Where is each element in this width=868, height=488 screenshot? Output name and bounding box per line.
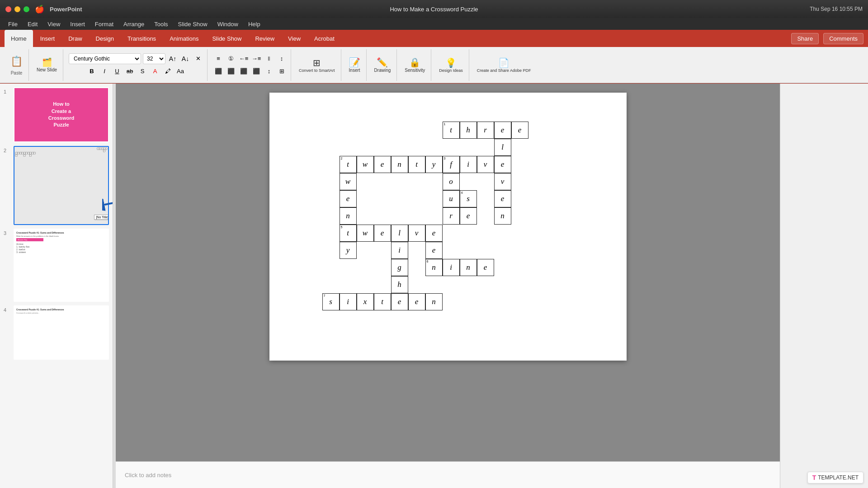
share-button[interactable]: Share: [791, 33, 819, 44]
indent-dec-btn[interactable]: ←≡: [238, 53, 249, 64]
paste-group: 📋 Paste: [5, 49, 29, 81]
font-row-1: Century Gothic 32 A↑ A↓ ✕: [69, 53, 203, 64]
tab-home[interactable]: Home: [5, 30, 33, 47]
menu-edit[interactable]: Edit: [23, 20, 42, 28]
slide-num-3: 3: [4, 229, 11, 236]
slide-3-thumbnail[interactable]: Crossword Puzzle #1: Sums and Difference…: [14, 229, 109, 302]
menu-bar: File Edit View Insert Format Arrange Too…: [0, 18, 868, 30]
align-left-btn[interactable]: ⬛: [213, 66, 224, 77]
shadow-btn[interactable]: S: [137, 66, 148, 77]
tab-view[interactable]: View: [282, 30, 307, 47]
align-right-btn[interactable]: ⬛: [238, 66, 249, 77]
justify-btn[interactable]: ⬛: [251, 66, 262, 77]
toolbar: 📋 Paste 🗂️ New Slide Century Gothic 32: [0, 47, 868, 83]
template-badge: T TEMPLATE.NET: [807, 472, 863, 483]
slide-num-2: 2: [4, 146, 11, 153]
bullets-btn[interactable]: ≡: [213, 53, 224, 64]
italic-btn[interactable]: I: [99, 66, 110, 77]
slide-num-1: 1: [4, 87, 11, 94]
ribbon: Home Insert Draw Design Transitions Anim…: [0, 30, 868, 84]
title-bar-left: 🍎 PowerPoint: [5, 5, 82, 14]
slide-num-4: 4: [4, 305, 11, 313]
tab-acrobat[interactable]: Acrobat: [308, 30, 341, 47]
tab-design[interactable]: Design: [90, 30, 120, 47]
tab-draw[interactable]: Draw: [62, 30, 88, 47]
sensitivity-btn[interactable]: 🔒 Sensitivity: [402, 56, 427, 74]
minimize-button[interactable]: [14, 6, 20, 12]
slide-3-preview: Crossword Puzzle #1: Sums and Difference…: [14, 230, 108, 301]
menu-arrange[interactable]: Arrange: [119, 20, 149, 28]
slide-thumb-2[interactable]: 2 t h r e e: [4, 146, 109, 225]
comments-button[interactable]: Comments: [823, 33, 863, 44]
font-group: Century Gothic 32 A↑ A↓ ✕ B I U ab S A 🖍…: [65, 49, 208, 81]
insert-group: 📝 Insert: [343, 49, 367, 81]
menu-view[interactable]: View: [43, 20, 65, 28]
tab-review[interactable]: Review: [249, 30, 281, 47]
drawing-btn[interactable]: ✏️ Drawing: [372, 56, 393, 74]
slide-1-preview: How toCreate aCrosswordPuzzle: [14, 88, 108, 141]
main-area: 1 How toCreate aCrosswordPuzzle 2: [0, 84, 868, 488]
slide-panel: 1 How toCreate aCrosswordPuzzle 2: [0, 84, 113, 488]
slide-1-thumbnail[interactable]: How toCreate aCrosswordPuzzle: [14, 87, 109, 142]
align-center-btn[interactable]: ⬛: [226, 66, 236, 77]
notes-area[interactable]: Click to add notes: [116, 461, 780, 488]
paste-label: Paste: [11, 70, 23, 75]
crossword-grid: 1 t h r e e l: [340, 122, 557, 334]
highlight-btn[interactable]: 🖍: [162, 66, 173, 77]
tab-animations[interactable]: Animations: [163, 30, 205, 47]
clear-format-btn[interactable]: ✕: [193, 53, 203, 64]
font-color-btn[interactable]: A: [150, 66, 160, 77]
decrease-font-btn[interactable]: A↓: [180, 53, 191, 64]
time-display: Thu Sep 16 10:55 PM: [810, 6, 863, 12]
traffic-lights[interactable]: [5, 6, 29, 12]
underline-btn[interactable]: U: [112, 66, 123, 77]
slide-canvas[interactable]: 1 t h r e e l: [269, 93, 627, 361]
maximize-button[interactable]: [24, 6, 29, 12]
text-dir-btn[interactable]: ↕: [264, 66, 274, 77]
increase-font-btn[interactable]: A↑: [167, 53, 178, 64]
menu-tools[interactable]: Tools: [150, 20, 172, 28]
font-selector[interactable]: Century Gothic: [69, 53, 141, 64]
menu-window[interactable]: Window: [213, 20, 243, 28]
convert-smartart-btn[interactable]: ⊞ Convert to SmartArt: [297, 56, 337, 74]
close-button[interactable]: [5, 6, 11, 12]
tab-transitions[interactable]: Transitions: [121, 30, 162, 47]
tab-insert[interactable]: Insert: [34, 30, 61, 47]
slide-thumb-3[interactable]: 3 Crossword Puzzle #1: Sums and Differen…: [4, 229, 109, 302]
paste-button[interactable]: 📋: [8, 54, 25, 69]
title-bar: 🍎 PowerPoint How to Make a Crossword Puz…: [0, 0, 868, 18]
paragraph-group: ≡ ① ←≡ →≡ ⫴ ↕ ⬛ ⬛ ⬛ ⬛ ↕ ⊞: [209, 49, 291, 81]
slide-content-area: 1 t h r e e l: [116, 84, 780, 461]
numbering-btn[interactable]: ①: [226, 53, 236, 64]
menu-insert[interactable]: Insert: [66, 20, 90, 28]
columns-btn[interactable]: ⫴: [264, 53, 274, 64]
insert-btn[interactable]: 📝 Insert: [347, 56, 363, 74]
menu-format[interactable]: Format: [90, 20, 118, 28]
slide-thumb-4[interactable]: 4 Crossword Puzzle #1: Sums and Differen…: [4, 305, 109, 360]
menu-help[interactable]: Help: [244, 20, 265, 28]
menu-file[interactable]: File: [4, 20, 22, 28]
indent-inc-btn[interactable]: →≡: [251, 53, 262, 64]
strikethrough-btn[interactable]: ab: [124, 66, 135, 77]
title-bar-right: Thu Sep 16 10:55 PM: [810, 6, 863, 12]
adobe-pdf-btn[interactable]: 📄 Create and Share Adobe PDF: [475, 56, 533, 74]
text-align-btn[interactable]: ⊞: [276, 66, 287, 77]
slide-2-thumbnail[interactable]: t h r e e l t: [14, 146, 109, 225]
line-spacing-btn[interactable]: ↕: [276, 53, 287, 64]
menu-slideshow[interactable]: Slide Show: [174, 20, 212, 28]
slide-thumb-1[interactable]: 1 How toCreate aCrosswordPuzzle: [4, 87, 109, 142]
font-size-2-btn[interactable]: Aa: [175, 66, 186, 77]
clipboard-group: 🗂️ New Slide: [31, 49, 63, 81]
apple-icon: 🍎: [35, 5, 44, 14]
font-row-2: B I U ab S A 🖍 Aa: [86, 66, 186, 77]
slide-3-title: Crossword Puzzle #1: Sums and Difference…: [16, 231, 106, 234]
tab-slideshow[interactable]: Slide Show: [206, 30, 248, 47]
adobe-group: 📄 Create and Share Adobe PDF: [471, 49, 537, 81]
design-ideas-group: 💡 Design Ideas: [433, 49, 469, 81]
font-size-selector[interactable]: 32: [143, 53, 165, 64]
design-ideas-btn[interactable]: 💡 Design Ideas: [437, 56, 465, 74]
slide-4-thumbnail[interactable]: Crossword Puzzle #1: Sums and Difference…: [14, 305, 109, 360]
bold-btn[interactable]: B: [86, 66, 97, 77]
slide-4-preview: Crossword Puzzle #1: Sums and Difference…: [14, 306, 108, 343]
new-slide-button[interactable]: 🗂️ New Slide: [34, 56, 59, 74]
